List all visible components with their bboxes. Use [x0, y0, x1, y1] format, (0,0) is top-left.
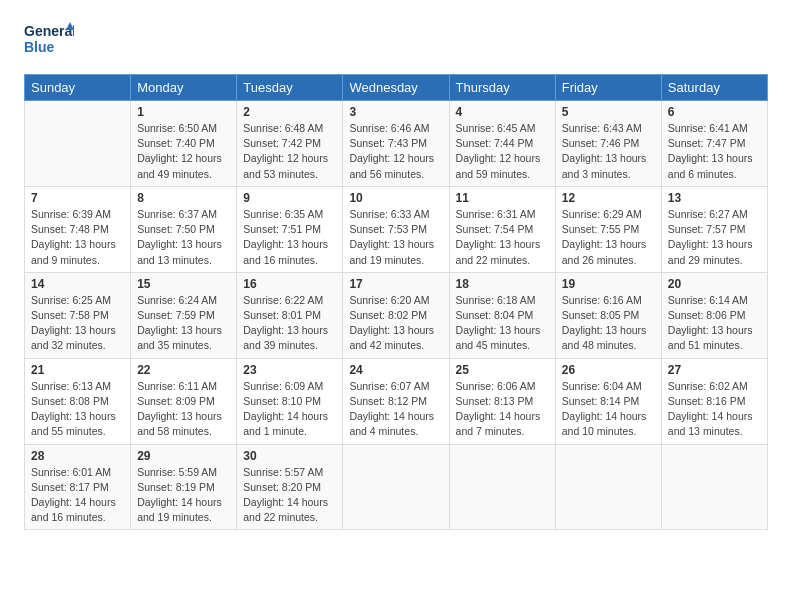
calendar-cell: 30Sunrise: 5:57 AMSunset: 8:20 PMDayligh…	[237, 444, 343, 530]
day-info: Sunrise: 6:29 AMSunset: 7:55 PMDaylight:…	[562, 207, 655, 268]
calendar-cell: 7Sunrise: 6:39 AMSunset: 7:48 PMDaylight…	[25, 186, 131, 272]
day-header-monday: Monday	[131, 75, 237, 101]
day-info: Sunrise: 6:04 AMSunset: 8:14 PMDaylight:…	[562, 379, 655, 440]
day-info: Sunrise: 6:50 AMSunset: 7:40 PMDaylight:…	[137, 121, 230, 182]
calendar-cell: 3Sunrise: 6:46 AMSunset: 7:43 PMDaylight…	[343, 101, 449, 187]
day-info: Sunrise: 6:43 AMSunset: 7:46 PMDaylight:…	[562, 121, 655, 182]
day-info: Sunrise: 6:14 AMSunset: 8:06 PMDaylight:…	[668, 293, 761, 354]
calendar-cell: 12Sunrise: 6:29 AMSunset: 7:55 PMDayligh…	[555, 186, 661, 272]
calendar-week-5: 28Sunrise: 6:01 AMSunset: 8:17 PMDayligh…	[25, 444, 768, 530]
day-info: Sunrise: 6:35 AMSunset: 7:51 PMDaylight:…	[243, 207, 336, 268]
calendar-cell	[343, 444, 449, 530]
day-info: Sunrise: 6:39 AMSunset: 7:48 PMDaylight:…	[31, 207, 124, 268]
day-info: Sunrise: 6:01 AMSunset: 8:17 PMDaylight:…	[31, 465, 124, 526]
day-info: Sunrise: 6:31 AMSunset: 7:54 PMDaylight:…	[456, 207, 549, 268]
day-info: Sunrise: 6:45 AMSunset: 7:44 PMDaylight:…	[456, 121, 549, 182]
calendar-cell: 1Sunrise: 6:50 AMSunset: 7:40 PMDaylight…	[131, 101, 237, 187]
calendar-cell: 21Sunrise: 6:13 AMSunset: 8:08 PMDayligh…	[25, 358, 131, 444]
day-info: Sunrise: 6:02 AMSunset: 8:16 PMDaylight:…	[668, 379, 761, 440]
day-number: 27	[668, 363, 761, 377]
day-header-wednesday: Wednesday	[343, 75, 449, 101]
calendar-cell: 2Sunrise: 6:48 AMSunset: 7:42 PMDaylight…	[237, 101, 343, 187]
calendar-cell: 20Sunrise: 6:14 AMSunset: 8:06 PMDayligh…	[661, 272, 767, 358]
day-number: 29	[137, 449, 230, 463]
day-number: 16	[243, 277, 336, 291]
calendar-cell: 25Sunrise: 6:06 AMSunset: 8:13 PMDayligh…	[449, 358, 555, 444]
day-info: Sunrise: 6:16 AMSunset: 8:05 PMDaylight:…	[562, 293, 655, 354]
page-container: General Blue SundayMondayTuesdayWednesda…	[0, 0, 792, 546]
day-number: 4	[456, 105, 549, 119]
calendar-cell: 18Sunrise: 6:18 AMSunset: 8:04 PMDayligh…	[449, 272, 555, 358]
calendar-cell	[661, 444, 767, 530]
svg-text:Blue: Blue	[24, 39, 55, 55]
day-number: 11	[456, 191, 549, 205]
day-header-saturday: Saturday	[661, 75, 767, 101]
day-number: 17	[349, 277, 442, 291]
day-header-sunday: Sunday	[25, 75, 131, 101]
calendar-cell: 22Sunrise: 6:11 AMSunset: 8:09 PMDayligh…	[131, 358, 237, 444]
day-number: 7	[31, 191, 124, 205]
day-number: 10	[349, 191, 442, 205]
day-info: Sunrise: 6:37 AMSunset: 7:50 PMDaylight:…	[137, 207, 230, 268]
day-number: 14	[31, 277, 124, 291]
day-number: 3	[349, 105, 442, 119]
calendar-cell: 14Sunrise: 6:25 AMSunset: 7:58 PMDayligh…	[25, 272, 131, 358]
calendar-cell: 28Sunrise: 6:01 AMSunset: 8:17 PMDayligh…	[25, 444, 131, 530]
day-info: Sunrise: 6:24 AMSunset: 7:59 PMDaylight:…	[137, 293, 230, 354]
day-number: 5	[562, 105, 655, 119]
day-info: Sunrise: 6:27 AMSunset: 7:57 PMDaylight:…	[668, 207, 761, 268]
calendar-cell: 29Sunrise: 5:59 AMSunset: 8:19 PMDayligh…	[131, 444, 237, 530]
calendar-cell: 10Sunrise: 6:33 AMSunset: 7:53 PMDayligh…	[343, 186, 449, 272]
day-number: 12	[562, 191, 655, 205]
day-info: Sunrise: 6:20 AMSunset: 8:02 PMDaylight:…	[349, 293, 442, 354]
day-number: 9	[243, 191, 336, 205]
day-info: Sunrise: 6:33 AMSunset: 7:53 PMDaylight:…	[349, 207, 442, 268]
calendar-week-2: 7Sunrise: 6:39 AMSunset: 7:48 PMDaylight…	[25, 186, 768, 272]
calendar-cell: 23Sunrise: 6:09 AMSunset: 8:10 PMDayligh…	[237, 358, 343, 444]
calendar-cell: 24Sunrise: 6:07 AMSunset: 8:12 PMDayligh…	[343, 358, 449, 444]
calendar-cell: 11Sunrise: 6:31 AMSunset: 7:54 PMDayligh…	[449, 186, 555, 272]
day-number: 28	[31, 449, 124, 463]
calendar-cell: 26Sunrise: 6:04 AMSunset: 8:14 PMDayligh…	[555, 358, 661, 444]
day-header-thursday: Thursday	[449, 75, 555, 101]
day-info: Sunrise: 6:46 AMSunset: 7:43 PMDaylight:…	[349, 121, 442, 182]
svg-text:General: General	[24, 23, 74, 39]
calendar-cell: 15Sunrise: 6:24 AMSunset: 7:59 PMDayligh…	[131, 272, 237, 358]
calendar-cell: 6Sunrise: 6:41 AMSunset: 7:47 PMDaylight…	[661, 101, 767, 187]
calendar-cell: 13Sunrise: 6:27 AMSunset: 7:57 PMDayligh…	[661, 186, 767, 272]
day-number: 26	[562, 363, 655, 377]
day-info: Sunrise: 6:48 AMSunset: 7:42 PMDaylight:…	[243, 121, 336, 182]
day-info: Sunrise: 6:06 AMSunset: 8:13 PMDaylight:…	[456, 379, 549, 440]
calendar-cell: 16Sunrise: 6:22 AMSunset: 8:01 PMDayligh…	[237, 272, 343, 358]
day-info: Sunrise: 6:22 AMSunset: 8:01 PMDaylight:…	[243, 293, 336, 354]
day-number: 23	[243, 363, 336, 377]
day-info: Sunrise: 5:57 AMSunset: 8:20 PMDaylight:…	[243, 465, 336, 526]
day-number: 21	[31, 363, 124, 377]
day-info: Sunrise: 5:59 AMSunset: 8:19 PMDaylight:…	[137, 465, 230, 526]
calendar-cell	[25, 101, 131, 187]
day-number: 18	[456, 277, 549, 291]
header-row: SundayMondayTuesdayWednesdayThursdayFrid…	[25, 75, 768, 101]
day-info: Sunrise: 6:11 AMSunset: 8:09 PMDaylight:…	[137, 379, 230, 440]
day-number: 2	[243, 105, 336, 119]
day-number: 19	[562, 277, 655, 291]
day-info: Sunrise: 6:07 AMSunset: 8:12 PMDaylight:…	[349, 379, 442, 440]
calendar-cell: 27Sunrise: 6:02 AMSunset: 8:16 PMDayligh…	[661, 358, 767, 444]
calendar-cell: 19Sunrise: 6:16 AMSunset: 8:05 PMDayligh…	[555, 272, 661, 358]
calendar-cell: 9Sunrise: 6:35 AMSunset: 7:51 PMDaylight…	[237, 186, 343, 272]
day-number: 1	[137, 105, 230, 119]
calendar-week-1: 1Sunrise: 6:50 AMSunset: 7:40 PMDaylight…	[25, 101, 768, 187]
calendar-cell: 17Sunrise: 6:20 AMSunset: 8:02 PMDayligh…	[343, 272, 449, 358]
calendar-cell: 8Sunrise: 6:37 AMSunset: 7:50 PMDaylight…	[131, 186, 237, 272]
calendar-week-4: 21Sunrise: 6:13 AMSunset: 8:08 PMDayligh…	[25, 358, 768, 444]
day-number: 20	[668, 277, 761, 291]
calendar-cell: 4Sunrise: 6:45 AMSunset: 7:44 PMDaylight…	[449, 101, 555, 187]
day-number: 22	[137, 363, 230, 377]
day-number: 24	[349, 363, 442, 377]
calendar-table: SundayMondayTuesdayWednesdayThursdayFrid…	[24, 74, 768, 530]
calendar-cell: 5Sunrise: 6:43 AMSunset: 7:46 PMDaylight…	[555, 101, 661, 187]
day-info: Sunrise: 6:13 AMSunset: 8:08 PMDaylight:…	[31, 379, 124, 440]
day-header-friday: Friday	[555, 75, 661, 101]
day-number: 8	[137, 191, 230, 205]
day-info: Sunrise: 6:18 AMSunset: 8:04 PMDaylight:…	[456, 293, 549, 354]
